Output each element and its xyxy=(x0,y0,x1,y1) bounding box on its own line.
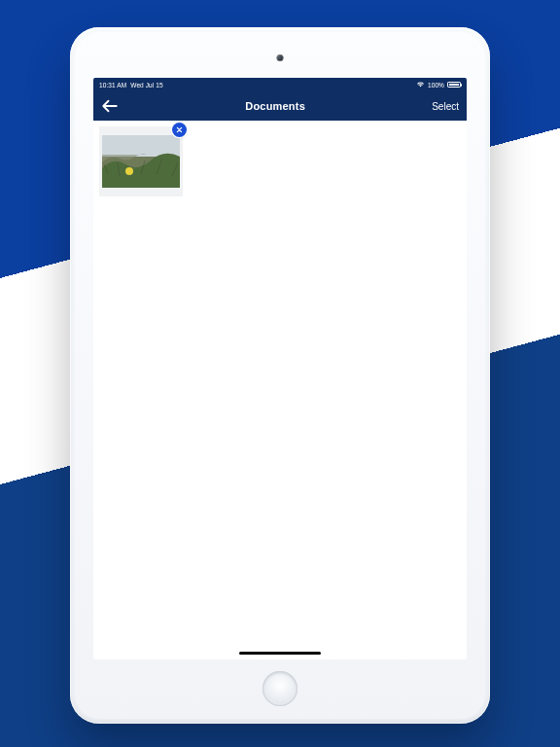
status-bar: 10:31 AM Wed Jul 15 100% xyxy=(93,78,467,91)
document-item[interactable] xyxy=(99,126,183,196)
front-camera xyxy=(277,54,284,61)
home-button[interactable] xyxy=(262,671,298,706)
nav-header: Documents Select xyxy=(93,91,467,121)
select-button[interactable]: Select xyxy=(432,101,459,112)
wifi-icon xyxy=(416,81,425,89)
document-preview-image xyxy=(102,135,180,188)
svg-point-2 xyxy=(125,167,133,175)
screen: 10:31 AM Wed Jul 15 100% Documents Selec… xyxy=(93,78,467,659)
page-title: Documents xyxy=(245,100,305,112)
arrow-left-icon xyxy=(101,98,119,114)
battery-pct: 100% xyxy=(428,82,444,89)
tablet-frame: 10:31 AM Wed Jul 15 100% Documents Selec… xyxy=(70,27,490,724)
status-time: 10:31 AM xyxy=(99,82,126,89)
home-indicator xyxy=(239,652,321,655)
back-button[interactable] xyxy=(101,98,119,114)
status-date: Wed Jul 15 xyxy=(130,82,162,89)
close-icon xyxy=(176,126,183,133)
document-grid xyxy=(93,121,467,659)
battery-icon xyxy=(447,82,461,88)
delete-badge[interactable] xyxy=(172,123,187,137)
document-thumbnail xyxy=(99,126,183,196)
